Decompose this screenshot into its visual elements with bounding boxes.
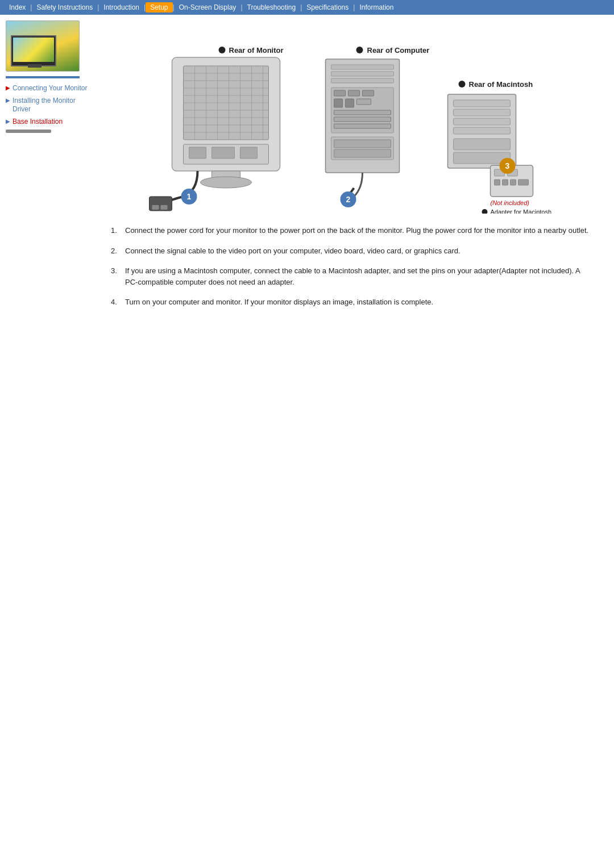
svg-rect-40 (334, 99, 343, 107)
svg-rect-43 (334, 110, 391, 115)
svg-point-30 (356, 47, 363, 53)
svg-rect-35 (331, 78, 394, 83)
svg-point-51 (459, 81, 466, 87)
svg-rect-21 (212, 147, 235, 158)
main-page-button[interactable] (6, 130, 51, 133)
svg-rect-55 (454, 109, 511, 116)
svg-rect-65 (511, 180, 516, 185)
instruction-text: Connect the power cord for your monitor … (125, 225, 591, 236)
sidebar-nav-item-1[interactable]: ▶Installing the Monitor Driver (6, 97, 94, 114)
svg-rect-63 (495, 180, 500, 185)
instruction-number: 4. (111, 297, 125, 308)
svg-rect-22 (240, 147, 258, 158)
svg-rect-56 (454, 118, 511, 125)
svg-text:1: 1 (187, 192, 192, 201)
nav-item-introduction[interactable]: Introduction (99, 3, 144, 11)
nav-item-setup[interactable]: Setup (146, 2, 172, 12)
svg-point-70 (482, 209, 488, 214)
nav-item-troubleshooting[interactable]: Troubleshooting (243, 3, 301, 11)
svg-rect-27 (161, 205, 168, 210)
svg-rect-37 (334, 90, 346, 96)
svg-text:3: 3 (505, 161, 510, 170)
svg-rect-41 (346, 99, 354, 107)
instruction-number: 1. (111, 225, 125, 236)
sidebar-thumbnail (6, 20, 80, 72)
connection-diagram: Rear of Monitor (99, 20, 603, 214)
instruction-item-3: 3.If you are using a Macintosh computer,… (111, 265, 591, 287)
svg-text:(Not included): (Not included) (491, 199, 530, 206)
navbar: Index | Safety Instructions | Introducti… (0, 0, 614, 15)
instructions-list: 1.Connect the power cord for your monito… (111, 225, 591, 308)
svg-rect-48 (334, 149, 391, 157)
svg-rect-20 (189, 147, 206, 158)
svg-rect-45 (334, 124, 391, 128)
instruction-item-4: 4.Turn on your computer and monitor. If … (111, 297, 591, 308)
instruction-item-1: 1.Connect the power cord for your monito… (111, 225, 591, 236)
svg-point-24 (201, 177, 252, 188)
svg-text:2: 2 (346, 195, 351, 204)
nav-item-safety-instructions[interactable]: Safety Instructions (32, 3, 97, 11)
instruction-number: 2. (111, 245, 125, 257)
svg-rect-44 (334, 117, 391, 122)
content-area: Rear of Monitor (94, 20, 614, 328)
sidebar-arrow-icon: ▶ (6, 97, 10, 103)
svg-rect-38 (349, 90, 360, 96)
svg-point-0 (219, 47, 226, 53)
svg-rect-58 (454, 139, 511, 150)
svg-rect-39 (363, 90, 374, 96)
sidebar-arrow-icon: ▶ (6, 85, 10, 91)
svg-rect-54 (454, 100, 511, 107)
nav-item-on-screen-display[interactable]: On-Screen Display (175, 3, 241, 11)
svg-rect-34 (331, 72, 394, 76)
svg-rect-26 (152, 205, 159, 210)
instruction-text: If you are using a Macintosh computer, c… (125, 265, 591, 287)
sidebar-link-label[interactable]: Base Installation (13, 118, 63, 127)
sidebar-nav: ▶Connecting Your Monitor▶Installing the … (6, 84, 94, 126)
svg-rect-33 (331, 65, 394, 69)
sidebar-arrow-icon: ▶ (6, 118, 10, 124)
instruction-number: 3. (111, 265, 125, 287)
instruction-text: Connect the signal cable to the video po… (125, 245, 591, 257)
instruction-text: Turn on your computer and monitor. If yo… (125, 297, 591, 308)
svg-text:Rear of Computer: Rear of Computer (367, 46, 430, 55)
nav-item-specifications[interactable]: Specifications (302, 3, 353, 11)
nav-item-index[interactable]: Index (5, 3, 30, 11)
svg-rect-47 (334, 140, 391, 148)
sidebar-link-label[interactable]: Connecting Your Monitor (13, 84, 87, 93)
sidebar-link-label[interactable]: Installing the Monitor Driver (13, 97, 94, 114)
instructions-section: 1.Connect the power cord for your monito… (99, 225, 603, 308)
svg-rect-64 (503, 180, 508, 185)
nav-item-information[interactable]: Information (355, 3, 398, 11)
svg-rect-66 (518, 180, 529, 185)
main-layout: ▶Connecting Your Monitor▶Installing the … (0, 15, 614, 328)
instruction-item-2: 2.Connect the signal cable to the video … (111, 245, 591, 257)
svg-text:Adapter for Macintosh: Adapter for Macintosh (491, 208, 552, 214)
sidebar: ▶Connecting Your Monitor▶Installing the … (0, 20, 94, 328)
rear-monitor-label: Rear of Monitor (229, 46, 284, 55)
svg-rect-57 (454, 127, 511, 134)
sidebar-setup-label (6, 76, 80, 78)
svg-text:Rear of  Macintosh: Rear of Macintosh (469, 80, 533, 89)
sidebar-nav-item-2[interactable]: ▶Base Installation (6, 118, 94, 127)
sidebar-nav-item-0[interactable]: ▶Connecting Your Monitor (6, 84, 94, 93)
svg-rect-42 (357, 99, 371, 105)
